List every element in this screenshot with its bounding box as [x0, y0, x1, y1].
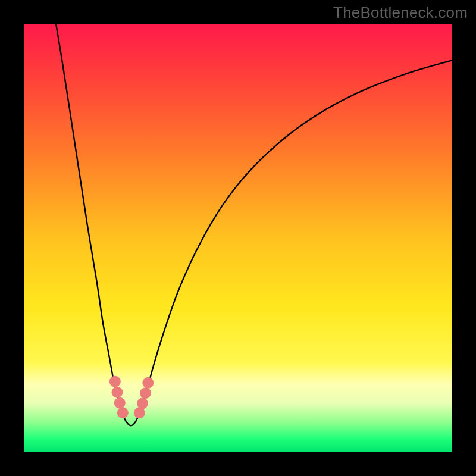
highlight-dot: [109, 376, 120, 387]
watermark-text: TheBottleneck.com: [333, 4, 468, 22]
highlight-dot: [143, 377, 154, 388]
gradient-background: [24, 24, 452, 452]
highlight-dot: [134, 408, 145, 418]
bottleneck-chart: [24, 24, 452, 452]
highlight-dot: [137, 398, 148, 409]
highlight-dot: [112, 387, 123, 397]
highlight-dot: [114, 397, 125, 408]
highlight-dot: [140, 388, 151, 399]
highlight-dot: [117, 408, 128, 418]
chart-frame: TheBottleneck.com: [0, 0, 476, 476]
